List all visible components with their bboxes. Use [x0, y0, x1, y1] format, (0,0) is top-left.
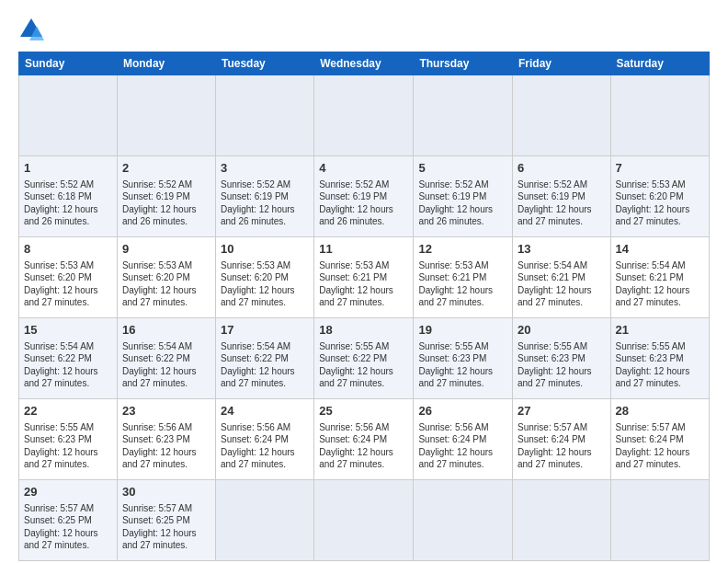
day-info: Sunrise: 5:52 AM Sunset: 6:19 PM Dayligh… [518, 178, 606, 228]
day-info: Sunrise: 5:56 AM Sunset: 6:24 PM Dayligh… [319, 421, 408, 471]
calendar-day-header: Sunday [19, 52, 118, 75]
day-info: Sunrise: 5:52 AM Sunset: 6:19 PM Dayligh… [319, 178, 408, 228]
calendar-day-header: Wednesday [314, 52, 414, 75]
calendar-cell: 11Sunrise: 5:53 AM Sunset: 6:21 PM Dayli… [314, 237, 414, 318]
day-number: 15 [24, 322, 112, 339]
day-info: Sunrise: 5:56 AM Sunset: 6:24 PM Dayligh… [221, 421, 309, 471]
calendar-cell: 23Sunrise: 5:56 AM Sunset: 6:23 PM Dayli… [117, 399, 215, 480]
calendar-cell: 13Sunrise: 5:54 AM Sunset: 6:21 PM Dayli… [512, 237, 610, 318]
calendar-cell: 3Sunrise: 5:52 AM Sunset: 6:19 PM Daylig… [215, 156, 313, 237]
day-number: 14 [616, 241, 704, 258]
day-info: Sunrise: 5:53 AM Sunset: 6:20 PM Dayligh… [24, 259, 112, 309]
day-number: 25 [319, 403, 408, 419]
day-number: 18 [319, 322, 408, 339]
calendar-header-row: SundayMondayTuesdayWednesdayThursdayFrid… [19, 52, 710, 75]
calendar-cell: 25Sunrise: 5:56 AM Sunset: 6:24 PM Dayli… [314, 399, 414, 480]
day-info: Sunrise: 5:57 AM Sunset: 6:25 PM Dayligh… [24, 502, 112, 552]
day-number: 2 [122, 160, 210, 177]
calendar-cell: 21Sunrise: 5:55 AM Sunset: 6:23 PM Dayli… [610, 318, 709, 399]
day-number: 9 [122, 241, 210, 258]
day-info: Sunrise: 5:54 AM Sunset: 6:22 PM Dayligh… [24, 340, 112, 390]
day-info: Sunrise: 5:53 AM Sunset: 6:20 PM Dayligh… [122, 259, 210, 309]
calendar-cell [414, 75, 513, 156]
day-info: Sunrise: 5:52 AM Sunset: 6:19 PM Dayligh… [221, 178, 309, 228]
calendar-cell: 24Sunrise: 5:56 AM Sunset: 6:24 PM Dayli… [215, 399, 313, 480]
day-number: 8 [24, 241, 112, 258]
day-number: 13 [518, 241, 606, 258]
day-info: Sunrise: 5:53 AM Sunset: 6:21 PM Dayligh… [319, 259, 408, 309]
day-info: Sunrise: 5:54 AM Sunset: 6:21 PM Dayligh… [616, 259, 704, 309]
calendar-cell: 12Sunrise: 5:53 AM Sunset: 6:21 PM Dayli… [414, 237, 513, 318]
calendar-cell [215, 75, 313, 156]
calendar-cell [19, 75, 118, 156]
day-number: 1 [24, 160, 112, 177]
day-info: Sunrise: 5:54 AM Sunset: 6:22 PM Dayligh… [122, 340, 210, 390]
calendar-cell [512, 75, 610, 156]
day-info: Sunrise: 5:55 AM Sunset: 6:23 PM Dayligh… [616, 340, 704, 390]
day-info: Sunrise: 5:54 AM Sunset: 6:22 PM Dayligh… [221, 340, 309, 390]
calendar-cell [215, 480, 313, 561]
calendar-cell: 16Sunrise: 5:54 AM Sunset: 6:22 PM Dayli… [117, 318, 215, 399]
calendar-cell: 17Sunrise: 5:54 AM Sunset: 6:22 PM Dayli… [215, 318, 313, 399]
day-info: Sunrise: 5:55 AM Sunset: 6:23 PM Dayligh… [24, 421, 112, 471]
calendar-body: 1Sunrise: 5:52 AM Sunset: 6:18 PM Daylig… [19, 75, 710, 561]
day-number: 3 [221, 160, 309, 177]
calendar-day-header: Friday [512, 52, 610, 75]
calendar-cell: 26Sunrise: 5:56 AM Sunset: 6:24 PM Dayli… [414, 399, 513, 480]
calendar-cell: 9Sunrise: 5:53 AM Sunset: 6:20 PM Daylig… [117, 237, 215, 318]
calendar-day-header: Thursday [414, 52, 513, 75]
calendar-cell: 27Sunrise: 5:57 AM Sunset: 6:24 PM Dayli… [512, 399, 610, 480]
calendar-day-header: Tuesday [215, 52, 313, 75]
day-info: Sunrise: 5:57 AM Sunset: 6:24 PM Dayligh… [518, 421, 606, 471]
day-info: Sunrise: 5:55 AM Sunset: 6:22 PM Dayligh… [319, 340, 408, 390]
day-number: 12 [418, 241, 507, 258]
calendar-cell: 2Sunrise: 5:52 AM Sunset: 6:19 PM Daylig… [117, 156, 215, 237]
day-number: 5 [418, 160, 507, 177]
calendar-cell: 5Sunrise: 5:52 AM Sunset: 6:19 PM Daylig… [414, 156, 513, 237]
day-number: 7 [616, 160, 704, 177]
day-info: Sunrise: 5:56 AM Sunset: 6:23 PM Dayligh… [122, 421, 210, 471]
calendar-cell: 19Sunrise: 5:55 AM Sunset: 6:23 PM Dayli… [414, 318, 513, 399]
day-info: Sunrise: 5:54 AM Sunset: 6:21 PM Dayligh… [518, 259, 606, 309]
calendar-cell: 8Sunrise: 5:53 AM Sunset: 6:20 PM Daylig… [19, 237, 118, 318]
day-number: 28 [616, 403, 704, 419]
day-number: 27 [518, 403, 606, 419]
day-number: 20 [518, 322, 606, 339]
day-info: Sunrise: 5:52 AM Sunset: 6:18 PM Dayligh… [24, 178, 112, 228]
calendar-cell [512, 480, 610, 561]
calendar-cell [414, 480, 513, 561]
day-info: Sunrise: 5:52 AM Sunset: 6:19 PM Dayligh… [122, 178, 210, 228]
calendar-cell: 14Sunrise: 5:54 AM Sunset: 6:21 PM Dayli… [610, 237, 709, 318]
day-number: 26 [418, 403, 507, 419]
calendar-cell [314, 75, 414, 156]
calendar-cell [314, 480, 414, 561]
day-number: 10 [221, 241, 309, 258]
day-number: 6 [518, 160, 606, 177]
calendar-table: SundayMondayTuesdayWednesdayThursdayFrid… [18, 52, 710, 561]
day-number: 19 [418, 322, 507, 339]
day-number: 11 [319, 241, 408, 258]
header [18, 17, 710, 42]
calendar-cell: 4Sunrise: 5:52 AM Sunset: 6:19 PM Daylig… [314, 156, 414, 237]
day-info: Sunrise: 5:55 AM Sunset: 6:23 PM Dayligh… [418, 340, 507, 390]
calendar-cell: 28Sunrise: 5:57 AM Sunset: 6:24 PM Dayli… [610, 399, 709, 480]
calendar-cell: 6Sunrise: 5:52 AM Sunset: 6:19 PM Daylig… [512, 156, 610, 237]
day-number: 16 [122, 322, 210, 339]
calendar-cell: 7Sunrise: 5:53 AM Sunset: 6:20 PM Daylig… [610, 156, 709, 237]
day-info: Sunrise: 5:53 AM Sunset: 6:21 PM Dayligh… [418, 259, 507, 309]
calendar-cell [117, 75, 215, 156]
calendar-cell: 22Sunrise: 5:55 AM Sunset: 6:23 PM Dayli… [19, 399, 118, 480]
day-info: Sunrise: 5:53 AM Sunset: 6:20 PM Dayligh… [616, 178, 704, 228]
day-number: 24 [221, 403, 309, 419]
day-info: Sunrise: 5:57 AM Sunset: 6:24 PM Dayligh… [616, 421, 704, 471]
calendar-cell: 20Sunrise: 5:55 AM Sunset: 6:23 PM Dayli… [512, 318, 610, 399]
day-info: Sunrise: 5:55 AM Sunset: 6:23 PM Dayligh… [518, 340, 606, 390]
calendar-cell [610, 75, 709, 156]
day-number: 21 [616, 322, 704, 339]
calendar-cell: 30Sunrise: 5:57 AM Sunset: 6:25 PM Dayli… [117, 480, 215, 561]
day-info: Sunrise: 5:53 AM Sunset: 6:20 PM Dayligh… [221, 259, 309, 309]
calendar-day-header: Monday [117, 52, 215, 75]
logo-icon [18, 17, 44, 42]
calendar-cell: 18Sunrise: 5:55 AM Sunset: 6:22 PM Dayli… [314, 318, 414, 399]
day-info: Sunrise: 5:56 AM Sunset: 6:24 PM Dayligh… [418, 421, 507, 471]
